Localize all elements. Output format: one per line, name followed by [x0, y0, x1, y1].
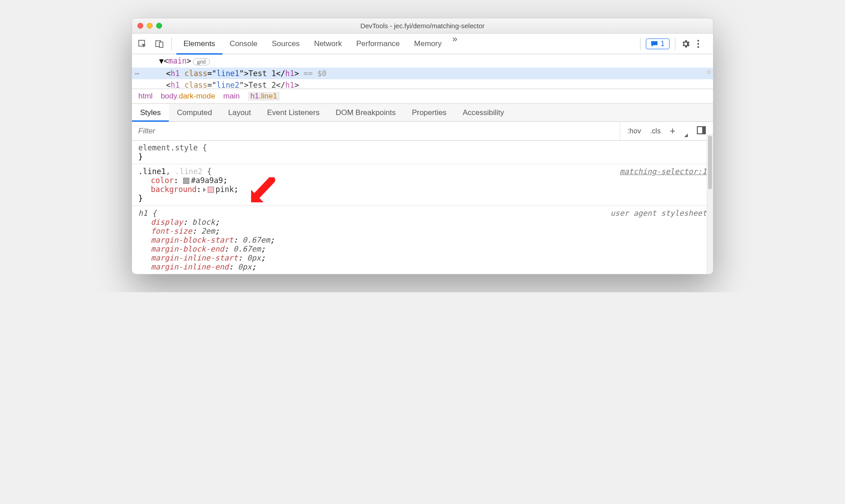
rule-element-style[interactable]: element.style { }	[132, 141, 713, 164]
new-style-rule-icon[interactable]: +	[667, 125, 678, 137]
force-state-button[interactable]: :hov	[625, 126, 644, 136]
tab-memory[interactable]: Memory	[407, 34, 448, 54]
scrollbar-thumb[interactable]	[708, 136, 712, 189]
dom-line[interactable]: <h1 class="line2">Test 2</h1>	[132, 79, 713, 88]
css-property-name: margin-block-end	[151, 244, 224, 253]
collapse-ellipsis-icon[interactable]: ⋯	[135, 68, 139, 79]
toolbar-divider	[171, 38, 172, 50]
rule-source-link[interactable]: matching-selector:1	[620, 167, 707, 176]
issues-count: 1	[661, 40, 665, 48]
css-property-name: font-size	[151, 226, 192, 235]
dom-breadcrumb: html body.dark-mode main h1.line1	[132, 89, 713, 104]
rule-user-agent-h1: user agent stylesheet h1 { display: bloc…	[132, 206, 713, 274]
inspect-element-icon[interactable]	[135, 36, 150, 51]
subtab-dom-breakpoints[interactable]: DOM Breakpoints	[328, 104, 404, 121]
css-property-name: margin-inline-start	[151, 253, 238, 262]
devtools-window: DevTools - jec.fyi/demo/matching-selecto…	[132, 18, 713, 274]
css-property-value: 0px	[247, 253, 261, 262]
tab-elements[interactable]: Elements	[176, 34, 222, 54]
styles-filter-bar: :hov .cls + ◢	[132, 122, 713, 141]
panel-tabs: Elements Console Sources Network Perform…	[176, 34, 461, 54]
vertical-scrollbar[interactable]	[707, 134, 713, 274]
cls-button[interactable]: .cls	[647, 126, 663, 136]
device-toggle-icon[interactable]	[152, 36, 167, 51]
svg-point-3	[697, 40, 699, 42]
sidebar-tabs: Styles Computed Layout Event Listeners D…	[132, 104, 713, 122]
subtab-accessibility[interactable]: Accessibility	[455, 104, 512, 121]
scroll-indicator	[707, 70, 711, 74]
tab-console[interactable]: Console	[222, 34, 265, 54]
svg-rect-2	[159, 42, 163, 47]
more-arrow-icon[interactable]: ◢	[682, 132, 691, 138]
dom-line-main[interactable]: ▼<main>grid	[132, 55, 713, 68]
css-property[interactable]: color: #a9a9a9;	[138, 176, 707, 185]
breadcrumb-item[interactable]: main	[223, 92, 240, 101]
color-swatch[interactable]	[183, 178, 189, 184]
breadcrumb-item[interactable]: body.dark-mode	[161, 92, 215, 101]
css-property-value: block	[192, 218, 215, 226]
breadcrumb-item-active[interactable]: h1.line1	[248, 92, 280, 101]
css-property-name: margin-block-start	[151, 235, 233, 244]
dom-line-selected[interactable]: ⋯<h1 class="line1">Test 1</h1> == $0	[132, 68, 713, 79]
tab-sources[interactable]: Sources	[265, 34, 307, 54]
expand-shorthand-icon[interactable]	[203, 188, 206, 192]
kebab-menu-icon[interactable]	[697, 39, 710, 48]
settings-icon[interactable]	[681, 39, 694, 49]
tabs-overflow-icon[interactable]: »	[449, 34, 461, 54]
issues-badge[interactable]: 1	[646, 38, 670, 49]
tab-performance[interactable]: Performance	[349, 34, 407, 54]
window-title: DevTools - jec.fyi/demo/matching-selecto…	[132, 22, 713, 30]
toolbar-divider	[640, 38, 640, 50]
subtab-styles[interactable]: Styles	[132, 104, 169, 121]
grid-badge[interactable]: grid	[193, 58, 209, 65]
styles-pane: element.style { } matching-selector:1 .l…	[132, 141, 713, 274]
css-property-value: 0px	[238, 262, 252, 271]
subtab-computed[interactable]: Computed	[169, 104, 220, 121]
svg-point-4	[697, 43, 699, 45]
rule-line1-line2[interactable]: matching-selector:1 .line1, .line2 { col…	[132, 164, 713, 206]
subtab-layout[interactable]: Layout	[220, 104, 259, 121]
css-property-name: margin-inline-end	[151, 262, 229, 271]
css-property-value: 0.67em	[233, 244, 260, 253]
toolbar-divider	[675, 38, 675, 50]
titlebar: DevTools - jec.fyi/demo/matching-selecto…	[132, 18, 713, 34]
styles-filter-input[interactable]	[132, 127, 620, 136]
breadcrumb-item[interactable]: html	[138, 92, 153, 101]
selector-element-style: element.style	[138, 143, 198, 152]
tab-network[interactable]: Network	[307, 34, 349, 54]
subtab-event-listeners[interactable]: Event Listeners	[259, 104, 328, 121]
subtab-properties[interactable]: Properties	[404, 104, 454, 121]
css-property-value: 0.67em	[243, 235, 270, 244]
css-property[interactable]: background:pink;	[138, 185, 707, 194]
message-icon	[651, 41, 658, 47]
main-toolbar: Elements Console Sources Network Perform…	[132, 34, 713, 54]
css-property-name: display	[151, 218, 183, 226]
color-swatch[interactable]	[208, 187, 214, 193]
css-property-value: 2em	[201, 226, 215, 235]
dom-tree[interactable]: ▼<main>grid ⋯<h1 class="line1">Test 1</h…	[132, 54, 713, 89]
svg-point-5	[697, 46, 699, 48]
rule-source-ua: user agent stylesheet	[610, 209, 707, 218]
